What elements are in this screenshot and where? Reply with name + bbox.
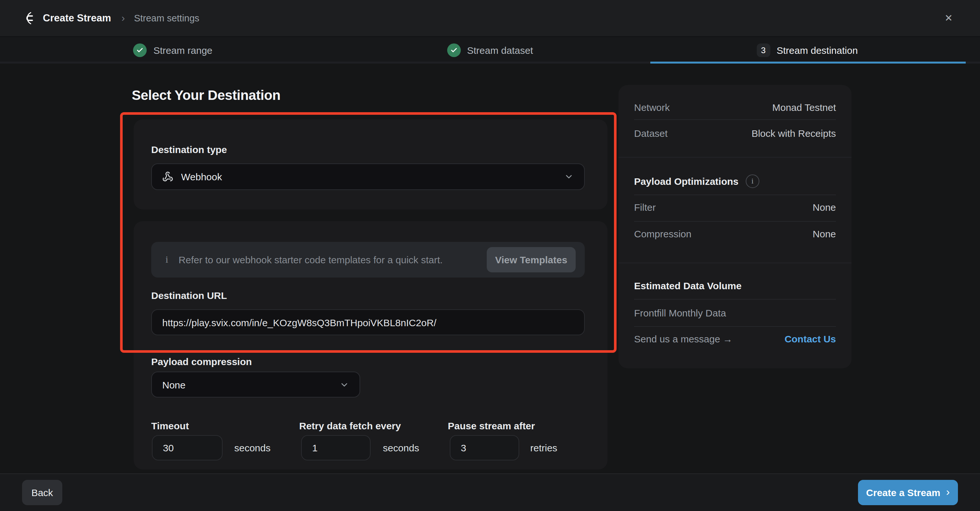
pause-input[interactable]: 3 xyxy=(450,435,519,460)
divider xyxy=(634,119,836,120)
back-button[interactable]: Back xyxy=(22,480,62,505)
step-number-badge: 3 xyxy=(756,43,770,57)
divider xyxy=(634,299,836,300)
section-divider xyxy=(619,157,851,157)
info-banner: i Refer to our webhook starter code temp… xyxy=(151,242,585,278)
active-step-underline xyxy=(650,62,966,63)
compression-value: None xyxy=(813,228,836,239)
pause-label: Pause stream after xyxy=(448,420,535,431)
stepper: Stream range Stream dataset 3 Stream des… xyxy=(0,37,980,63)
check-icon xyxy=(447,43,460,57)
timeout-input[interactable]: 30 xyxy=(152,435,223,460)
retry-value: 1 xyxy=(312,442,318,453)
payload-compression-label: Payload compression xyxy=(151,356,252,367)
step-stream-destination[interactable]: 3 Stream destination xyxy=(649,37,966,63)
chevron-right-icon: › xyxy=(946,486,950,499)
create-stream-dialog: Create Stream › Stream settings ✕ Stream… xyxy=(0,0,980,511)
destination-type-card: Destination type Webhook xyxy=(134,119,608,209)
section-divider xyxy=(619,263,851,263)
check-icon xyxy=(134,43,147,57)
step-stream-range[interactable]: Stream range xyxy=(14,37,331,63)
filter-label: Filter xyxy=(634,202,656,213)
view-templates-button[interactable]: View Templates xyxy=(487,247,576,272)
pause-value: 3 xyxy=(461,442,466,453)
info-icon[interactable]: i xyxy=(746,174,759,188)
network-label: Network xyxy=(634,102,670,113)
dataset-label: Dataset xyxy=(634,128,668,139)
destination-url-label: Destination URL xyxy=(151,290,227,301)
send-message-label: Send us a message → xyxy=(634,333,733,344)
destination-type-label: Destination type xyxy=(151,144,227,155)
page-title: Create Stream xyxy=(43,12,111,24)
breadcrumb-chevron-icon: › xyxy=(121,12,125,24)
destination-url-input[interactable]: https://play.svix.com/in/e_KOzgW8sQ3BmTH… xyxy=(151,309,585,335)
retry-unit: seconds xyxy=(383,442,419,453)
webhook-settings-card: i Refer to our webhook starter code temp… xyxy=(134,221,608,470)
create-stream-button[interactable]: Create a Stream › xyxy=(858,480,958,505)
divider xyxy=(634,221,836,222)
timeout-label: Timeout xyxy=(151,420,189,431)
info-icon: i xyxy=(165,254,168,265)
step-label: Stream dataset xyxy=(467,45,533,56)
header: Create Stream › Stream settings ✕ xyxy=(0,0,980,37)
retry-input[interactable]: 1 xyxy=(301,435,371,460)
chevron-down-icon xyxy=(564,172,574,182)
payload-optimizations-title: Payload Optimizations xyxy=(634,175,738,186)
footer: Back Create a Stream › xyxy=(0,473,980,511)
contact-us-link[interactable]: Contact Us xyxy=(785,333,836,344)
compression-label: Compression xyxy=(634,228,692,239)
stepper-items: Stream range Stream dataset 3 Stream des… xyxy=(14,37,966,63)
network-value: Monad Testnet xyxy=(772,102,836,113)
timeout-unit: seconds xyxy=(234,442,270,453)
step-label: Stream range xyxy=(153,45,213,56)
breadcrumb: Stream settings xyxy=(134,13,200,23)
frontfill-label: Frontfill Monthly Data xyxy=(634,307,726,318)
payload-compression-select[interactable]: None xyxy=(151,371,360,398)
step-stream-dataset[interactable]: Stream dataset xyxy=(331,37,648,63)
estimated-data-volume-title: Estimated Data Volume xyxy=(634,280,741,291)
section-heading: Select Your Destination xyxy=(132,87,280,103)
divider xyxy=(634,326,836,327)
webhook-icon xyxy=(162,171,173,182)
filter-value: None xyxy=(813,202,836,213)
timeout-value: 30 xyxy=(163,442,173,453)
create-stream-label: Create a Stream xyxy=(866,487,940,498)
info-banner-text: Refer to our webhook starter code templa… xyxy=(178,254,442,265)
destination-url-value: https://play.svix.com/in/e_KOzgW8sQ3BmTH… xyxy=(162,317,436,328)
payload-optimizations-row: Payload Optimizations i xyxy=(634,168,759,194)
pause-unit: retries xyxy=(530,442,557,453)
payload-compression-value: None xyxy=(162,379,186,390)
retry-label: Retry data fetch every xyxy=(299,420,401,431)
close-icon[interactable]: ✕ xyxy=(945,0,953,36)
app-logo-icon xyxy=(20,11,34,25)
chevron-down-icon xyxy=(339,380,349,389)
dataset-value: Block with Receipts xyxy=(752,128,836,139)
divider xyxy=(634,195,836,195)
destination-type-select[interactable]: Webhook xyxy=(151,163,585,190)
step-label: Stream destination xyxy=(776,45,858,56)
destination-type-value: Webhook xyxy=(181,171,222,182)
summary-panel: Network Monad Testnet Dataset Block with… xyxy=(619,85,851,368)
